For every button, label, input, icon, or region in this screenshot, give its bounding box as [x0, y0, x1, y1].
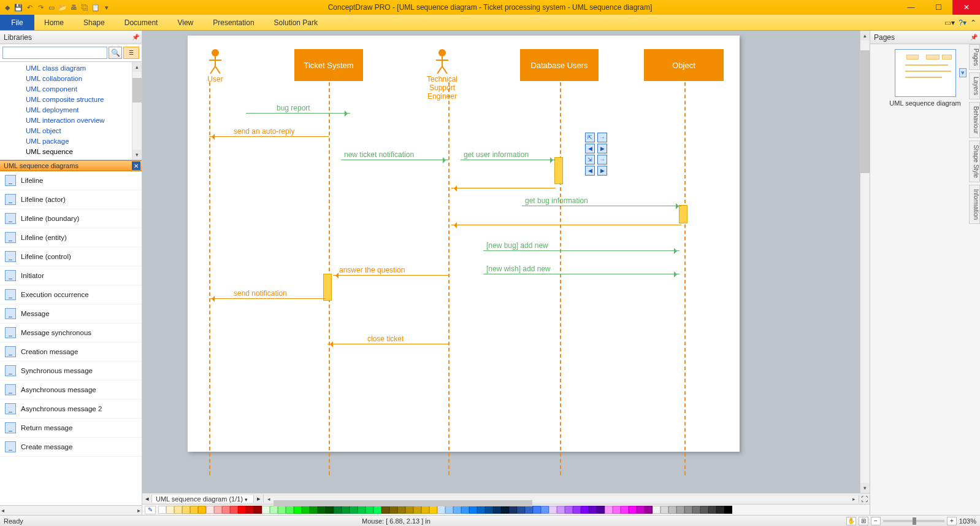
qat-print-icon[interactable]: 🖶 [69, 2, 78, 12]
tree-item[interactable]: UML composite structure [26, 95, 142, 105]
color-swatch[interactable] [517, 506, 525, 514]
color-swatch[interactable] [294, 506, 302, 514]
color-swatch[interactable] [565, 506, 573, 514]
color-swatch[interactable] [708, 506, 716, 514]
shape-item[interactable]: ⎯Lifeline (entity) [0, 228, 142, 247]
color-swatch[interactable] [724, 506, 732, 514]
handle-icon[interactable]: ◀ [585, 144, 595, 153]
zoom-in-icon[interactable]: + [947, 517, 957, 525]
execution-occurrence[interactable] [323, 274, 332, 301]
side-tab[interactable]: Behaviour [969, 102, 980, 138]
shape-item[interactable]: ⎯Execution occurrence [0, 285, 142, 304]
lifeline-object[interactable]: Database Users [520, 49, 599, 81]
search-icon[interactable]: 🔍 [109, 47, 122, 59]
library-view-toggle[interactable]: ☰ [123, 47, 139, 59]
tree-item[interactable]: UML component [26, 84, 142, 95]
message-arrow[interactable] [451, 188, 556, 188]
color-swatch[interactable] [668, 506, 676, 514]
color-swatch[interactable] [629, 506, 637, 514]
color-swatch[interactable] [190, 506, 198, 514]
file-tab[interactable]: File [0, 15, 34, 30]
scroll-down-icon[interactable]: ▾ [132, 150, 142, 160]
side-tab[interactable]: Information [969, 185, 980, 224]
shape-item[interactable]: ⎯Message synchronous [0, 323, 142, 342]
help-icon[interactable]: ?▾ [959, 18, 967, 27]
tree-item[interactable]: UML collaboration [26, 74, 142, 84]
collapse-ribbon-icon[interactable]: ⌃ [970, 18, 976, 27]
color-swatch[interactable] [613, 506, 621, 514]
color-swatch[interactable] [174, 506, 182, 514]
lifeline-object[interactable]: Object [644, 49, 724, 81]
color-swatch[interactable] [198, 506, 206, 514]
canvas-vscroll[interactable]: ▴ ▾ [860, 31, 870, 493]
color-swatch[interactable] [557, 506, 565, 514]
scroll-down-icon[interactable]: ▾ [860, 483, 870, 493]
color-swatch[interactable] [318, 506, 326, 514]
scroll-thumb[interactable] [132, 78, 142, 102]
color-swatch[interactable] [493, 506, 501, 514]
color-swatch[interactable] [605, 506, 613, 514]
color-swatch[interactable] [581, 506, 589, 514]
shape-item[interactable]: ⎯Synchronous message [0, 362, 142, 381]
tree-item[interactable]: UML object [26, 126, 142, 136]
minimize-button[interactable]: — [897, 0, 925, 15]
active-library-tab[interactable]: UML sequence diagrams ✕ [0, 160, 142, 171]
color-swatch[interactable] [310, 506, 318, 514]
page-tab[interactable]: UML sequence diagram (1/1)▾ [152, 495, 254, 503]
shape-item[interactable]: ⎯Lifeline (actor) [0, 190, 142, 209]
color-swatch[interactable] [405, 506, 413, 514]
tree-item[interactable]: UML package [26, 136, 142, 147]
qat-open-icon[interactable]: 📂 [58, 2, 67, 12]
shape-item[interactable]: ⎯Lifeline (boundary) [0, 209, 142, 228]
pin-icon[interactable]: 📌 [132, 34, 139, 41]
ribbon-tab-document[interactable]: Document [115, 15, 168, 30]
libraries-hscroll[interactable]: ◂▸ [0, 505, 142, 515]
color-swatch[interactable] [286, 506, 294, 514]
actor[interactable]: User [197, 49, 234, 83]
color-swatch[interactable] [684, 506, 692, 514]
ribbon-tab-home[interactable]: Home [34, 15, 74, 30]
color-swatch[interactable] [262, 506, 270, 514]
color-swatch[interactable] [549, 506, 557, 514]
color-swatch[interactable] [158, 506, 166, 514]
qat-redo-icon[interactable]: ↷ [36, 2, 45, 12]
color-swatch[interactable] [541, 506, 549, 514]
hand-icon[interactable]: ✋ [846, 517, 856, 525]
ribbon-tab-solution-park[interactable]: Solution Park [264, 15, 327, 30]
shape-item[interactable]: ⎯Return message [0, 419, 142, 438]
color-swatch[interactable] [326, 506, 334, 514]
ribbon-tab-shape[interactable]: Shape [74, 15, 115, 30]
page-tab-dropdown-icon[interactable]: ▾ [243, 497, 250, 503]
ribbon-tab-view[interactable]: View [167, 15, 203, 30]
color-swatch[interactable] [477, 506, 485, 514]
color-swatch[interactable] [589, 506, 597, 514]
window-switch-icon[interactable]: ▭▾ [944, 18, 955, 27]
eyedropper-icon[interactable]: ✎ [145, 506, 156, 514]
message-arrow[interactable] [209, 298, 326, 299]
color-swatch[interactable] [214, 506, 222, 514]
tree-item[interactable]: UML class diagram [26, 63, 142, 74]
shape-item[interactable]: ⎯Asynchronous message 2 [0, 400, 142, 419]
color-swatch[interactable] [700, 506, 708, 514]
tree-item[interactable]: UML sequence [26, 147, 142, 157]
qat-undo-icon[interactable]: ↶ [25, 2, 34, 12]
color-swatch[interactable] [238, 506, 246, 514]
ribbon-tab-presentation[interactable]: Presentation [203, 15, 264, 30]
message-arrow[interactable] [246, 113, 350, 114]
shape-item[interactable]: ⎯Creation message [0, 342, 142, 362]
color-swatch[interactable] [445, 506, 453, 514]
color-swatch[interactable] [597, 506, 605, 514]
page-thumbnail[interactable] [895, 49, 956, 97]
color-swatch[interactable] [485, 506, 493, 514]
scroll-thumb[interactable] [860, 50, 870, 173]
color-swatch[interactable] [469, 506, 477, 514]
close-button[interactable]: ✕ [952, 0, 980, 15]
color-swatch[interactable] [621, 506, 629, 514]
tree-item[interactable]: UML interaction overview [26, 115, 142, 126]
handle-icon[interactable]: → [597, 155, 607, 164]
lifeline-object[interactable]: Ticket System [294, 49, 363, 81]
handle-icon[interactable]: ▶ [597, 166, 607, 176]
color-swatch[interactable] [358, 506, 366, 514]
color-swatch[interactable] [653, 506, 660, 514]
message-arrow[interactable] [451, 225, 681, 225]
